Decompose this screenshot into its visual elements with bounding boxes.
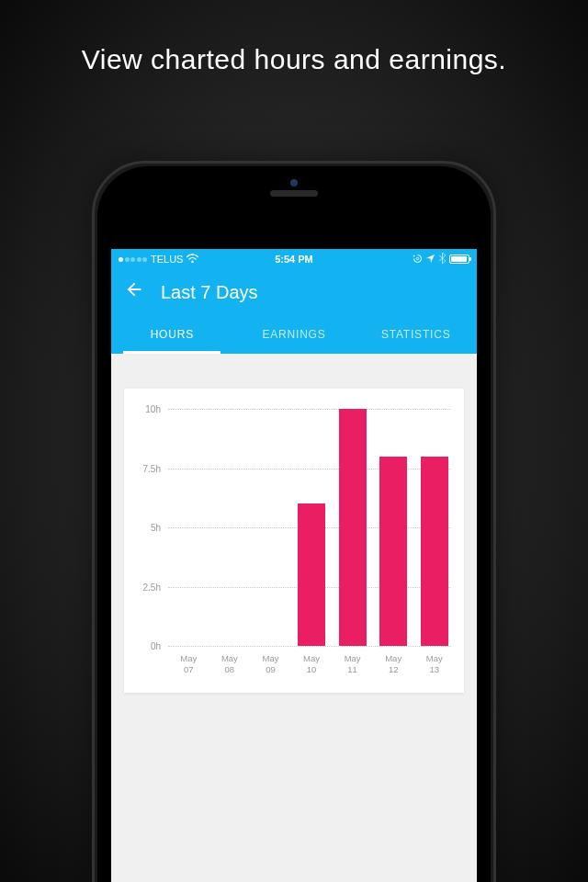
status-bar: TELUS 5:54 PM (111, 249, 477, 269)
chart-card: 10h 7.5h 5h 2.5h 0h (124, 389, 464, 693)
phone-speaker (270, 190, 318, 197)
back-button[interactable] (124, 279, 144, 305)
y-tick-label: 2.5h (143, 582, 161, 592)
x-tick-label: May13 (417, 653, 451, 676)
battery-icon (449, 254, 469, 264)
bar-may-11 (335, 409, 369, 646)
location-icon (426, 254, 435, 265)
status-right (413, 253, 469, 266)
tabs: HOURS EARNINGS STATISTICS (111, 315, 477, 354)
y-tick-label: 0h (151, 641, 161, 651)
bar-may-08 (213, 409, 247, 646)
x-tick-label: May11 (335, 653, 369, 676)
status-time: 5:54 PM (275, 254, 313, 265)
bar-may-09 (254, 409, 288, 646)
tab-statistics[interactable]: STATISTICS (355, 315, 477, 354)
promo-headline: View charted hours and earnings. (0, 0, 588, 75)
bar-may-10 (295, 409, 329, 646)
x-tick-label: May08 (213, 653, 247, 676)
bar-may-12 (377, 409, 411, 646)
y-tick-label: 7.5h (143, 463, 161, 473)
carrier-label: TELUS (151, 254, 183, 265)
bar-may-13 (417, 409, 451, 646)
y-tick-label: 10h (145, 404, 161, 414)
nav-bar: Last 7 Days (111, 269, 477, 315)
x-tick-label: May12 (377, 653, 411, 676)
svg-point-1 (416, 257, 418, 259)
bars-group (172, 409, 451, 646)
y-axis: 10h 7.5h 5h 2.5h 0h (133, 409, 164, 646)
phone-frame: TELUS 5:54 PM (92, 161, 496, 882)
wifi-icon (187, 254, 198, 265)
phone-camera-dot (290, 179, 298, 187)
x-axis: May07 May08 May09 May10 May11 May12 May1… (172, 653, 451, 676)
x-tick-label: May09 (254, 653, 288, 676)
svg-point-0 (192, 261, 194, 263)
tab-hours[interactable]: HOURS (111, 315, 233, 354)
x-tick-label: May10 (295, 653, 329, 676)
bar-may-07 (172, 409, 206, 646)
signal-strength-icon (119, 257, 147, 262)
orientation-lock-icon (413, 254, 423, 266)
tab-earnings[interactable]: EARNINGS (233, 315, 356, 354)
grid-line (168, 646, 451, 647)
x-tick-label: May07 (172, 653, 206, 676)
y-tick-label: 5h (151, 523, 161, 533)
status-left: TELUS (119, 254, 198, 265)
chart-plot-area: 10h 7.5h 5h 2.5h 0h (168, 409, 451, 646)
phone-screen: TELUS 5:54 PM (111, 249, 477, 882)
page-title: Last 7 Days (161, 282, 258, 303)
bluetooth-icon (439, 253, 446, 266)
